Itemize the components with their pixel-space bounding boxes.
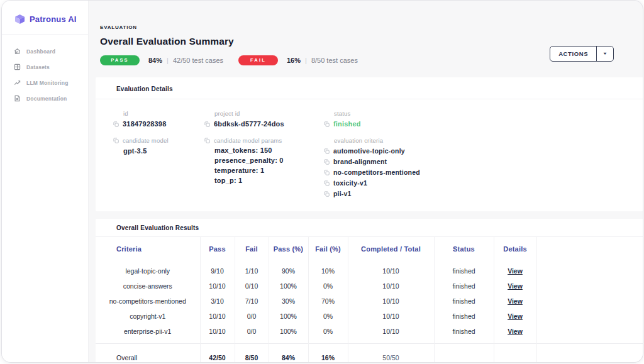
card-title: Overall Evaluation Results [96, 219, 643, 236]
cell-pass-pct: 100% [269, 309, 308, 324]
chevron-down-icon[interactable]: ▼ [597, 48, 613, 58]
param-line: presence_penalty: 0 [204, 157, 324, 164]
col-pass-pct: Pass (%) [269, 237, 308, 262]
cell-criteria: legal-topic-only [96, 261, 200, 279]
criteria-item: no-competitors-mentioned [324, 168, 643, 176]
cell-fail: 0/0 [235, 309, 269, 324]
criteria-name: brand-alignment [333, 158, 387, 165]
table-row: legal-topic-only 9/10 1/10 90% 10% 10/10… [96, 261, 643, 279]
overall-pass-pct: 84% [269, 344, 308, 363]
table-row: enterprise-pii-v1 10/10 0/0 100% 0% 10/1… [96, 324, 643, 344]
cell-filler [536, 324, 643, 344]
criteria-item: automotive-topic-only [324, 147, 643, 155]
cell-pass-pct: 90% [269, 261, 308, 279]
breadcrumb: EVALUATION [100, 25, 643, 30]
home-icon [14, 48, 21, 55]
cell-fail: 1/10 [235, 261, 269, 279]
view-link[interactable]: View [508, 267, 523, 275]
brand-logo[interactable]: Patronus AI [2, 1, 88, 35]
cell-filler [536, 261, 643, 279]
view-link[interactable]: View [508, 328, 523, 335]
cell-fail-pct: 70% [308, 294, 348, 309]
table-row: concise-answers 10/10 0/10 100% 0% 10/10… [96, 279, 643, 294]
cell-pass-pct: 100% [269, 279, 308, 294]
overall-results-card: Overall Evaluation Results Criteria Pass… [96, 219, 643, 362]
sidebar-item-documentation[interactable]: Documentation [2, 91, 88, 106]
col-fail-pct: Fail (%) [308, 237, 348, 262]
divider: | [305, 57, 307, 64]
sidebar-item-llm-monitoring[interactable]: LLM Monitoring [2, 75, 88, 91]
field-label: candidate model [113, 137, 204, 144]
brand-name: Patronus AI [30, 14, 77, 24]
criteria-name: automotive-topic-only [333, 147, 405, 155]
field-id: id 31847928398 [113, 110, 204, 128]
overall-row: Overall 42/50 8/50 84% 16% 50/50 [96, 344, 643, 363]
actions-button[interactable]: ACTIONS [550, 47, 596, 61]
param-line: temperature: 1 [204, 167, 324, 174]
cell-completed: 10/10 [348, 279, 434, 294]
sidebar-item-datasets[interactable]: Datasets [2, 59, 88, 75]
param-line: max_tokens: 150 [204, 146, 324, 154]
overall-label: Overall [96, 344, 200, 363]
fail-percent: 16% [287, 57, 301, 64]
field-candidate-model-params: candidate model params max_tokens: 150 p… [204, 137, 324, 197]
status-badge: finished [434, 309, 494, 324]
sidebar-item-label: LLM Monitoring [26, 80, 69, 86]
copy-icon[interactable] [113, 121, 119, 127]
criteria-item: toxicity-v1 [324, 179, 643, 187]
field-value: 6bdksk-d5777-24dos [204, 120, 324, 128]
field-candidate-model: candidate model gpt-3.5 [113, 137, 204, 197]
sidebar-item-label: Dashboard [26, 48, 55, 55]
results-table: Criteria Pass Fail Pass (%) Fail (%) Com… [96, 236, 643, 362]
col-details: Details [494, 237, 536, 262]
cell-completed: 10/10 [348, 294, 434, 309]
view-link[interactable]: View [508, 282, 523, 290]
copy-icon[interactable] [204, 121, 210, 127]
pass-badge: PASS [100, 55, 140, 65]
cell-fail: 0/0 [235, 324, 269, 344]
status-badge: finished [434, 261, 494, 279]
copy-icon[interactable] [113, 138, 119, 143]
main-content: EVALUATION Overall Evaluation Summary PA… [89, 1, 643, 362]
cell-pass: 9/10 [200, 261, 235, 279]
col-status: Status [434, 237, 494, 262]
cell-fail-pct: 10% [308, 261, 348, 279]
cell-completed: 10/10 [348, 324, 434, 344]
sidebar-nav: Dashboard Datasets LLM Monitoring [2, 35, 88, 106]
col-filler [536, 237, 643, 262]
field-value: finished [324, 120, 643, 128]
cell-pass: 10/10 [200, 279, 235, 294]
table-row: no-competitors-mentioned 3/10 7/10 30% 7… [96, 294, 643, 309]
cell-pass: 10/10 [200, 309, 235, 324]
field-project-id: project id 6bdksk-d5777-24dos [204, 110, 324, 128]
cell-fail-pct: 0% [308, 279, 348, 294]
copy-icon[interactable] [324, 121, 330, 127]
fail-badge: FAIL [238, 55, 278, 65]
fail-cases: 8/50 test cases [311, 57, 358, 64]
copy-icon[interactable] [324, 191, 330, 197]
copy-icon[interactable] [324, 148, 330, 154]
copy-icon[interactable] [324, 170, 330, 175]
sidebar-item-dashboard[interactable]: Dashboard [2, 43, 88, 59]
sidebar: Patronus AI Dashboard Datasets [2, 1, 89, 362]
cell-criteria: no-competitors-mentioned [96, 294, 200, 309]
copy-icon[interactable] [324, 159, 330, 165]
field-label: id [113, 110, 204, 117]
grid-icon [14, 63, 21, 70]
status-badge: finished [434, 294, 494, 309]
app-window: Patronus AI Dashboard Datasets [2, 1, 643, 362]
cell-filler [536, 294, 643, 309]
view-link[interactable]: View [508, 297, 523, 305]
cell-pass-pct: 30% [269, 294, 308, 309]
criteria-name: no-competitors-mentioned [333, 168, 420, 176]
view-link[interactable]: View [508, 312, 523, 320]
overall-completed: 50/50 [348, 344, 434, 363]
overall-fail: 8/50 [235, 344, 269, 363]
line-chart-icon [14, 79, 21, 86]
copy-icon[interactable] [204, 138, 210, 143]
cell-criteria: concise-answers [96, 279, 200, 294]
overall-status-empty [434, 344, 494, 363]
criteria-item: pii-v1 [324, 190, 643, 197]
copy-icon[interactable] [324, 180, 330, 186]
actions-split-button: ACTIONS ▼ [550, 46, 614, 62]
